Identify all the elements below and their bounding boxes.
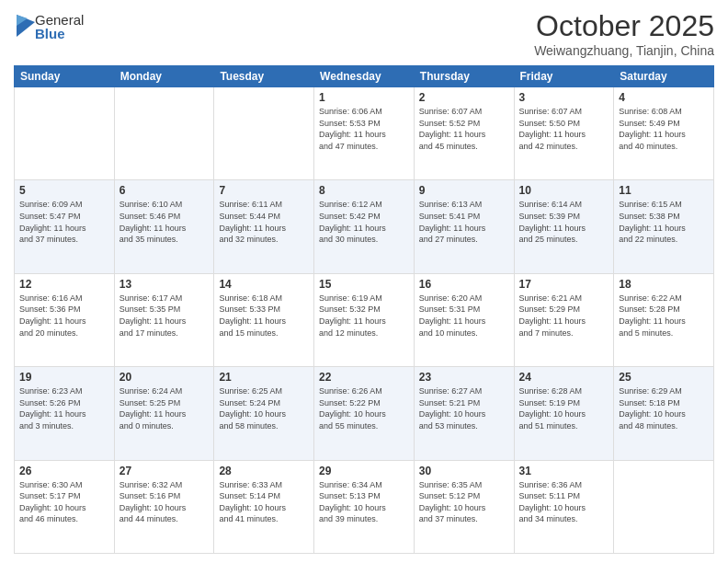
calendar-week-row: 19Sunrise: 6:23 AM Sunset: 5:26 PM Dayli… [15, 367, 714, 460]
calendar-table: SundayMondayTuesdayWednesdayThursdayFrid… [14, 65, 714, 554]
calendar-cell: 27Sunrise: 6:32 AM Sunset: 5:16 PM Dayli… [114, 460, 214, 553]
calendar-cell: 23Sunrise: 6:27 AM Sunset: 5:21 PM Dayli… [414, 367, 514, 460]
day-info: Sunrise: 6:29 AM Sunset: 5:18 PM Dayligh… [619, 385, 709, 431]
calendar-header-row: SundayMondayTuesdayWednesdayThursdayFrid… [15, 66, 714, 87]
calendar-cell: 13Sunrise: 6:17 AM Sunset: 5:35 PM Dayli… [114, 273, 214, 366]
month-title: October 2025 [534, 9, 714, 43]
calendar-cell: 5Sunrise: 6:09 AM Sunset: 5:47 PM Daylig… [15, 180, 115, 273]
calendar-cell: 6Sunrise: 6:10 AM Sunset: 5:46 PM Daylig… [114, 180, 214, 273]
calendar-cell: 11Sunrise: 6:15 AM Sunset: 5:38 PM Dayli… [614, 180, 714, 273]
day-number: 11 [619, 184, 709, 197]
day-info: Sunrise: 6:21 AM Sunset: 5:29 PM Dayligh… [519, 293, 609, 339]
calendar-cell: 19Sunrise: 6:23 AM Sunset: 5:26 PM Dayli… [15, 367, 115, 460]
day-info: Sunrise: 6:14 AM Sunset: 5:39 PM Dayligh… [519, 199, 609, 245]
calendar-cell [614, 460, 714, 553]
calendar-cell [15, 87, 115, 180]
logo-general-text: General [35, 13, 84, 27]
day-info: Sunrise: 6:35 AM Sunset: 5:12 PM Dayligh… [419, 479, 509, 525]
day-number: 4 [619, 91, 709, 104]
day-number: 29 [319, 465, 409, 477]
day-info: Sunrise: 6:36 AM Sunset: 5:11 PM Dayligh… [519, 479, 609, 525]
calendar-cell: 26Sunrise: 6:30 AM Sunset: 5:17 PM Dayli… [15, 460, 115, 553]
day-number: 9 [419, 184, 509, 197]
day-info: Sunrise: 6:27 AM Sunset: 5:21 PM Dayligh… [419, 385, 509, 431]
day-number: 7 [219, 184, 309, 197]
calendar-cell: 8Sunrise: 6:12 AM Sunset: 5:42 PM Daylig… [314, 180, 415, 273]
day-number: 3 [519, 91, 609, 104]
day-number: 30 [419, 465, 509, 477]
day-info: Sunrise: 6:33 AM Sunset: 5:14 PM Dayligh… [219, 479, 309, 525]
day-number: 22 [319, 371, 409, 384]
day-number: 31 [519, 465, 609, 477]
day-info: Sunrise: 6:25 AM Sunset: 5:24 PM Dayligh… [219, 385, 309, 431]
day-info: Sunrise: 6:07 AM Sunset: 5:50 PM Dayligh… [519, 106, 609, 152]
day-number: 5 [19, 184, 109, 197]
calendar-header-tuesday: Tuesday [214, 66, 314, 87]
day-number: 16 [419, 278, 509, 291]
calendar-cell: 14Sunrise: 6:18 AM Sunset: 5:33 PM Dayli… [214, 273, 314, 366]
calendar-cell: 4Sunrise: 6:08 AM Sunset: 5:49 PM Daylig… [614, 87, 714, 180]
logo-icon [17, 15, 35, 37]
day-info: Sunrise: 6:09 AM Sunset: 5:47 PM Dayligh… [19, 199, 109, 245]
day-info: Sunrise: 6:17 AM Sunset: 5:35 PM Dayligh… [119, 293, 210, 339]
day-info: Sunrise: 6:20 AM Sunset: 5:31 PM Dayligh… [419, 293, 509, 339]
day-number: 23 [419, 371, 509, 384]
day-number: 20 [119, 371, 210, 384]
calendar-cell: 2Sunrise: 6:07 AM Sunset: 5:52 PM Daylig… [414, 87, 514, 180]
day-info: Sunrise: 6:13 AM Sunset: 5:41 PM Dayligh… [419, 199, 509, 245]
day-number: 1 [319, 91, 409, 104]
calendar-cell: 15Sunrise: 6:19 AM Sunset: 5:32 PM Dayli… [314, 273, 415, 366]
logo-text: General Blue [35, 13, 84, 40]
day-info: Sunrise: 6:19 AM Sunset: 5:32 PM Dayligh… [319, 293, 409, 339]
day-info: Sunrise: 6:08 AM Sunset: 5:49 PM Dayligh… [619, 106, 709, 152]
calendar-cell: 31Sunrise: 6:36 AM Sunset: 5:11 PM Dayli… [514, 460, 614, 553]
day-number: 26 [19, 465, 109, 477]
calendar-cell: 29Sunrise: 6:34 AM Sunset: 5:13 PM Dayli… [314, 460, 415, 553]
calendar-week-row: 26Sunrise: 6:30 AM Sunset: 5:17 PM Dayli… [15, 460, 714, 553]
day-number: 6 [119, 184, 210, 197]
calendar-cell: 10Sunrise: 6:14 AM Sunset: 5:39 PM Dayli… [514, 180, 614, 273]
title-section: October 2025 Weiwangzhuang, Tianjin, Chi… [534, 9, 714, 58]
calendar-header-thursday: Thursday [414, 66, 514, 87]
day-info: Sunrise: 6:26 AM Sunset: 5:22 PM Dayligh… [319, 385, 409, 431]
day-info: Sunrise: 6:06 AM Sunset: 5:53 PM Dayligh… [319, 106, 409, 152]
day-info: Sunrise: 6:23 AM Sunset: 5:26 PM Dayligh… [19, 385, 109, 431]
calendar-cell [214, 87, 314, 180]
calendar-cell: 25Sunrise: 6:29 AM Sunset: 5:18 PM Dayli… [614, 367, 714, 460]
day-number: 18 [619, 278, 709, 291]
calendar-week-row: 12Sunrise: 6:16 AM Sunset: 5:36 PM Dayli… [15, 273, 714, 366]
day-info: Sunrise: 6:07 AM Sunset: 5:52 PM Dayligh… [419, 106, 509, 152]
calendar-header-sunday: Sunday [15, 66, 115, 87]
day-info: Sunrise: 6:10 AM Sunset: 5:46 PM Dayligh… [119, 199, 210, 245]
header: General Blue October 2025 Weiwangzhuang,… [14, 9, 714, 58]
day-info: Sunrise: 6:11 AM Sunset: 5:44 PM Dayligh… [219, 199, 309, 245]
logo-blue-text: Blue [35, 27, 84, 40]
day-number: 21 [219, 371, 309, 384]
calendar-cell [114, 87, 214, 180]
day-info: Sunrise: 6:34 AM Sunset: 5:13 PM Dayligh… [319, 479, 409, 525]
calendar-cell: 28Sunrise: 6:33 AM Sunset: 5:14 PM Dayli… [214, 460, 314, 553]
calendar-cell: 9Sunrise: 6:13 AM Sunset: 5:41 PM Daylig… [414, 180, 514, 273]
day-info: Sunrise: 6:30 AM Sunset: 5:17 PM Dayligh… [19, 479, 109, 525]
calendar-cell: 16Sunrise: 6:20 AM Sunset: 5:31 PM Dayli… [414, 273, 514, 366]
day-number: 13 [119, 278, 210, 291]
day-info: Sunrise: 6:18 AM Sunset: 5:33 PM Dayligh… [219, 293, 309, 339]
day-number: 19 [19, 371, 109, 384]
day-number: 2 [419, 91, 509, 104]
page: General Blue October 2025 Weiwangzhuang,… [0, 0, 728, 563]
calendar-cell: 20Sunrise: 6:24 AM Sunset: 5:25 PM Dayli… [114, 367, 214, 460]
day-info: Sunrise: 6:32 AM Sunset: 5:16 PM Dayligh… [119, 479, 210, 525]
location: Weiwangzhuang, Tianjin, China [534, 43, 714, 58]
day-info: Sunrise: 6:28 AM Sunset: 5:19 PM Dayligh… [519, 385, 609, 431]
calendar-header-wednesday: Wednesday [314, 66, 415, 87]
calendar-cell: 24Sunrise: 6:28 AM Sunset: 5:19 PM Dayli… [514, 367, 614, 460]
day-info: Sunrise: 6:12 AM Sunset: 5:42 PM Dayligh… [319, 199, 409, 245]
calendar-header-saturday: Saturday [614, 66, 714, 87]
day-info: Sunrise: 6:24 AM Sunset: 5:25 PM Dayligh… [119, 385, 210, 431]
calendar-cell: 3Sunrise: 6:07 AM Sunset: 5:50 PM Daylig… [514, 87, 614, 180]
calendar-week-row: 1Sunrise: 6:06 AM Sunset: 5:53 PM Daylig… [15, 87, 714, 180]
calendar-cell: 1Sunrise: 6:06 AM Sunset: 5:53 PM Daylig… [314, 87, 415, 180]
calendar-cell: 30Sunrise: 6:35 AM Sunset: 5:12 PM Dayli… [414, 460, 514, 553]
day-number: 12 [19, 278, 109, 291]
calendar-cell: 12Sunrise: 6:16 AM Sunset: 5:36 PM Dayli… [15, 273, 115, 366]
